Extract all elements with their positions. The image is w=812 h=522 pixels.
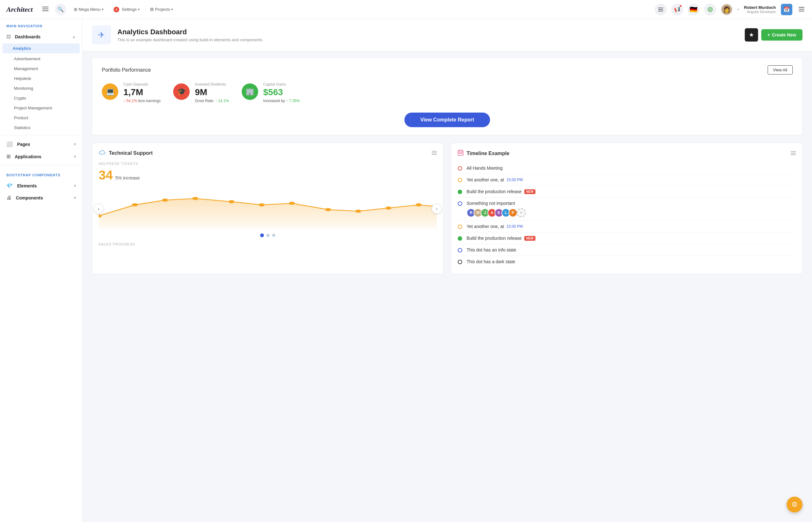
capital-label: Capital Gains — [263, 82, 300, 86]
sidebar-item-crypto[interactable]: Crypto — [0, 93, 82, 103]
timeline-content-8: This dot has a dark state — [467, 259, 796, 264]
chevron-down-icon-elements: ▾ — [74, 184, 76, 188]
projects-button[interactable]: ⚙ Projects ▾ — [147, 5, 175, 14]
sidebar-group-dashboards[interactable]: ⊡ Dashboards ▲ — [0, 31, 82, 43]
main-layout: MAIN NAVIGATION ⊡ Dashboards ▲ Analytics… — [0, 19, 812, 522]
svg-point-6 — [708, 7, 712, 12]
language-selector[interactable]: 🇩🇪 — [688, 4, 699, 15]
new-badge-2: NEW — [524, 236, 535, 241]
menu-icon-button[interactable] — [655, 4, 667, 15]
timeline-item-6: Build the production release NEW — [458, 233, 796, 244]
chart-value-row: 34 5% increase — [99, 168, 437, 182]
search-button[interactable]: 🔍 — [55, 4, 66, 15]
carousel-dot-2[interactable] — [266, 234, 270, 237]
avatar-add-button[interactable]: + — [517, 208, 526, 217]
sidebar-item-helpdesk[interactable]: Helpdesk — [0, 74, 82, 83]
sidebar-item-project-management[interactable]: Project Management — [0, 103, 82, 113]
sidebar-item-analytics[interactable]: Analytics — [2, 43, 80, 53]
view-report-button[interactable]: View Complete Report — [404, 113, 490, 127]
timeline-dot-dark — [458, 260, 462, 264]
create-new-button[interactable]: + Create New — [761, 29, 803, 41]
elements-icon: 💎 — [6, 183, 13, 188]
svg-point-23 — [385, 206, 391, 209]
carousel-prev-button[interactable]: ‹ — [94, 204, 104, 214]
calendar-icon: 📅 — [784, 6, 790, 12]
timeline-item-5: Yet another one, at 15:00 PM — [458, 221, 796, 233]
technical-support-menu-button[interactable] — [432, 150, 437, 156]
sidebar-group-components[interactable]: 🖨 Components ▾ — [0, 192, 82, 204]
carousel-dot-3[interactable] — [272, 234, 275, 237]
menu-dots-button[interactable] — [797, 4, 806, 14]
timeline-text-6: Build the production release NEW — [467, 236, 796, 241]
timeline-item-1: All Hands Meeting — [458, 162, 796, 174]
timeline-list: All Hands Meeting Yet another one, at 15… — [458, 162, 796, 267]
view-all-button[interactable]: View All — [768, 65, 793, 75]
star-button[interactable]: ★ — [745, 28, 758, 42]
up-arrow-capital: ↑ 7.35% — [286, 99, 300, 103]
timeline-dot-blue-1 — [458, 201, 462, 206]
sidebar-group-applications[interactable]: ⊞ Applications ▾ — [0, 150, 82, 163]
timer-icon-button[interactable] — [705, 4, 716, 15]
elements-label: Elements — [17, 183, 37, 188]
svg-point-15 — [132, 203, 138, 206]
sidebar-item-advertisement[interactable]: Advertisement — [0, 54, 82, 64]
app-logo: Architect — [6, 5, 33, 14]
timeline-card: Timeline Example All Hands Meeting — [451, 143, 803, 274]
timeline-content-2: Yet another one, at 15:00 PM — [467, 177, 796, 182]
chart-carousel: ‹ — [99, 187, 437, 229]
sidebar-group-pages[interactable]: ⬜ Pages ▾ — [0, 138, 82, 150]
grid-icon: ⊞ — [74, 7, 77, 12]
down-arrow: ↓ 54.1% — [123, 99, 137, 103]
timeline-item-3: Build the production release NEW — [458, 186, 796, 198]
cards-row: Technical Support HELPDESK TICKETS 34 5% — [92, 143, 803, 274]
timeline-text-7: This dot has an info state — [467, 247, 796, 253]
user-name: Robert Murdoch — [744, 5, 776, 10]
sidebar-item-management[interactable]: Management — [0, 64, 82, 74]
user-role: Angular Developer — [744, 10, 776, 14]
gear-icon: ⚙ — [791, 500, 798, 509]
timeline-header: Timeline Example — [458, 149, 796, 157]
settings-button[interactable]: 4 Settings ▾ — [111, 5, 142, 14]
cash-deposits-content: Cash Deposits 1,7M ↓ 54.1% less earnings — [123, 82, 160, 103]
page-subtitle: This is an example dashboard created usi… — [117, 37, 738, 42]
create-label: Create New — [772, 32, 796, 37]
carousel-next-button[interactable]: › — [432, 204, 442, 214]
sidebar-item-statistics[interactable]: Statistics — [0, 123, 82, 133]
fab-gear-button[interactable]: ⚙ — [787, 497, 803, 513]
svg-point-28 — [460, 153, 461, 154]
timeline-dot-green-1 — [458, 189, 462, 194]
page-header: ✈ Analytics Dashboard This is an example… — [82, 19, 812, 51]
tickets-label: HELPDESK TICKETS — [99, 162, 437, 165]
timeline-dot-orange-1 — [458, 178, 462, 182]
components-icon: 🖨 — [6, 195, 12, 200]
plus-icon: + — [768, 32, 770, 37]
main-content: ✈ Analytics Dashboard This is an example… — [82, 19, 812, 522]
sidebar-item-product[interactable]: Product — [0, 113, 82, 123]
avatar-7: P — [509, 208, 517, 217]
page-header-icon: ✈ — [92, 25, 111, 44]
up-arrow: ↑ 14.1% — [215, 99, 229, 103]
timeline-text-5: Yet another one, at 15:00 PM — [467, 224, 796, 229]
carousel-dot-1[interactable] — [260, 234, 264, 237]
dashboards-label: Dashboards — [15, 34, 41, 39]
cash-deposits-icon: 💻 — [102, 83, 118, 100]
svg-rect-8 — [799, 7, 805, 7]
hamburger-button[interactable] — [41, 5, 50, 14]
content-body: Portfolio Performance View All 💻 Cash De… — [82, 51, 812, 280]
mega-menu-button[interactable]: ⊞ Mega Menu ▾ — [71, 6, 106, 13]
dropdown-icon: ▾ — [138, 7, 140, 11]
sidebar-item-monitoring[interactable]: Monitoring — [0, 83, 82, 93]
timeline-menu-button[interactable] — [791, 150, 796, 157]
technical-support-header: Technical Support — [99, 149, 437, 157]
timeline-dot-orange-2 — [458, 224, 462, 229]
timeline-time-2: 15:00 PM — [507, 224, 523, 229]
sidebar-group-elements[interactable]: 💎 Elements ▾ — [0, 180, 82, 192]
timeline-title-row: Timeline Example — [458, 149, 509, 157]
avatar-dropdown-arrow[interactable]: ▾ — [737, 7, 739, 11]
notification-button[interactable]: 📢 — [672, 4, 683, 15]
tickets-value: 34 — [99, 168, 113, 182]
svg-point-18 — [229, 200, 234, 203]
timeline-dot-red — [458, 166, 462, 170]
calendar-button[interactable]: 📅 — [781, 4, 792, 15]
avatar[interactable]: 👩 — [721, 4, 732, 15]
